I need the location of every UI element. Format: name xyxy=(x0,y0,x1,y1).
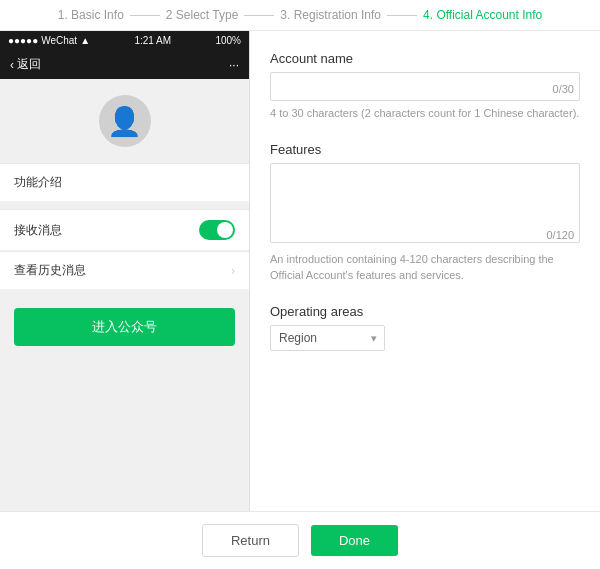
operating-areas-label: Operating areas xyxy=(270,304,580,319)
phone-panel: ●●●●● WeChat ▲ 1:21 AM 100% ‹ 返回 ··· 👤 功… xyxy=(0,31,250,511)
region-select[interactable]: Region North America Europe Asia Other xyxy=(270,325,385,351)
status-left: ●●●●● WeChat ▲ xyxy=(8,35,90,46)
receive-messages-toggle[interactable] xyxy=(199,220,235,240)
carrier-label: WeChat xyxy=(41,35,77,46)
step-divider-3 xyxy=(387,15,417,16)
func-intro-label: 功能介绍 xyxy=(0,163,249,201)
account-name-label: Account name xyxy=(270,51,580,66)
wifi-icon: ▲ xyxy=(80,35,90,46)
account-name-hint: 4 to 30 characters (2 characters count f… xyxy=(270,105,580,122)
account-name-counter: 0/30 xyxy=(553,83,574,95)
region-select-wrapper: Region North America Europe Asia Other xyxy=(270,325,385,351)
features-textarea[interactable] xyxy=(270,163,580,243)
view-history-label: 查看历史消息 xyxy=(14,262,86,279)
time-label: 1:21 AM xyxy=(134,35,171,46)
account-name-section: Account name 0/30 4 to 30 characters (2 … xyxy=(270,51,580,122)
battery-label: 100% xyxy=(215,35,241,46)
step-divider-2 xyxy=(244,15,274,16)
back-chevron-icon: ‹ xyxy=(10,58,14,72)
nav-back-button[interactable]: ‹ 返回 xyxy=(10,56,41,73)
main-content: ●●●●● WeChat ▲ 1:21 AM 100% ‹ 返回 ··· 👤 功… xyxy=(0,31,600,511)
menu-divider-2 xyxy=(0,290,249,298)
form-panel: Account name 0/30 4 to 30 characters (2 … xyxy=(250,31,600,511)
step-basic-info[interactable]: 1. Basic Info xyxy=(58,8,124,22)
account-name-input-wrapper: 0/30 xyxy=(270,72,580,101)
features-counter: 0/120 xyxy=(546,229,574,241)
enter-official-account-button[interactable]: 进入公众号 xyxy=(14,308,235,346)
done-button[interactable]: Done xyxy=(311,525,398,556)
back-label: 返回 xyxy=(17,56,41,73)
view-history-item[interactable]: 查看历史消息 › xyxy=(0,251,249,290)
nav-dots-icon[interactable]: ··· xyxy=(229,58,239,72)
return-button[interactable]: Return xyxy=(202,524,299,557)
cta-button-area: 进入公众号 xyxy=(0,298,249,356)
action-bar: Return Done xyxy=(0,511,600,569)
chevron-right-icon: › xyxy=(231,264,235,278)
phone-nav-bar: ‹ 返回 ··· xyxy=(0,50,249,79)
features-textarea-wrapper: 0/120 xyxy=(270,163,580,247)
step-select-type[interactable]: 2 Select Type xyxy=(166,8,239,22)
features-section: Features 0/120 An introduction containin… xyxy=(270,142,580,284)
step-registration-info[interactable]: 3. Registration Info xyxy=(280,8,381,22)
receive-messages-label: 接收消息 xyxy=(14,222,62,239)
avatar-icon: 👤 xyxy=(107,105,142,138)
operating-areas-section: Operating areas Region North America Eur… xyxy=(270,304,580,351)
avatar-area: 👤 xyxy=(0,79,249,163)
signal-dots: ●●●●● xyxy=(8,35,38,46)
receive-messages-item[interactable]: 接收消息 xyxy=(0,209,249,251)
phone-body: 👤 功能介绍 接收消息 查看历史消息 › 进入公众号 xyxy=(0,79,249,511)
step-divider-1 xyxy=(130,15,160,16)
features-hint: An introduction containing 4-120 charact… xyxy=(270,251,580,284)
menu-divider-1 xyxy=(0,201,249,209)
phone-status-bar: ●●●●● WeChat ▲ 1:21 AM 100% xyxy=(0,31,249,50)
avatar: 👤 xyxy=(99,95,151,147)
features-label: Features xyxy=(270,142,580,157)
account-name-input[interactable] xyxy=(270,72,580,101)
step-bar: 1. Basic Info 2 Select Type 3. Registrat… xyxy=(0,0,600,31)
step-official-account[interactable]: 4. Official Account Info xyxy=(423,8,542,22)
